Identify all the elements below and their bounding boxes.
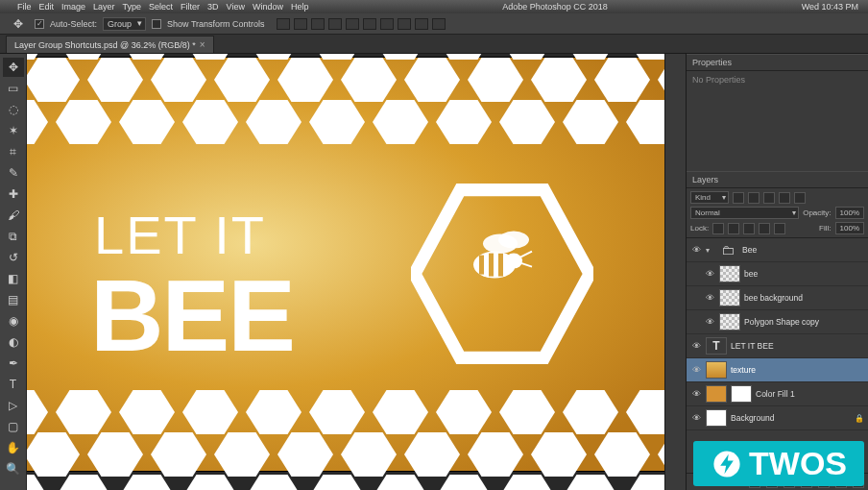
filter-type-icon[interactable] xyxy=(763,192,775,204)
filter-adjust-icon[interactable] xyxy=(748,192,760,204)
brush-tool[interactable]: 🖌 xyxy=(3,206,24,225)
layer-thumbnail[interactable] xyxy=(719,265,740,282)
quick-select-tool[interactable]: ✶ xyxy=(3,121,24,140)
eyedropper-tool[interactable]: ✎ xyxy=(3,163,24,183)
layer-mask-thumbnail[interactable] xyxy=(731,385,752,403)
chevron-down-icon[interactable]: ▾ xyxy=(706,246,713,255)
clone-stamp-tool[interactable]: ⧉ xyxy=(3,227,24,246)
distribute-h-icon[interactable] xyxy=(380,18,394,30)
layer-bee-background[interactable]: 👁 bee background xyxy=(687,286,868,310)
layer-thumbnail[interactable] xyxy=(706,361,727,379)
align-bottom-icon[interactable] xyxy=(363,18,376,30)
lock-artboard-icon[interactable] xyxy=(759,223,770,234)
menu-select[interactable]: Select xyxy=(149,2,173,12)
crop-tool[interactable]: ⌗ xyxy=(3,142,24,161)
lock-transparency-icon[interactable] xyxy=(712,223,724,234)
layer-name[interactable]: texture xyxy=(731,365,864,375)
healing-tool[interactable]: ✚ xyxy=(3,184,24,204)
auto-select-dropdown[interactable]: Group xyxy=(103,17,146,31)
lasso-tool[interactable]: ◌ xyxy=(3,100,24,119)
visibility-toggle-icon[interactable]: 👁 xyxy=(690,412,702,424)
move-tool[interactable]: ✥ xyxy=(3,58,24,77)
layer-text-letitbee[interactable]: 👁 T LET IT BEE xyxy=(687,334,868,358)
hand-tool[interactable]: ✋ xyxy=(3,438,24,457)
layer-thumbnail[interactable] xyxy=(719,289,740,306)
lock-all-icon[interactable] xyxy=(774,223,785,234)
distribute-spacing-icon[interactable] xyxy=(415,18,428,30)
layer-name[interactable]: bee xyxy=(744,269,864,279)
menu-view[interactable]: View xyxy=(227,2,245,12)
layer-texture[interactable]: 👁 texture xyxy=(687,358,868,382)
3d-mode-icon[interactable] xyxy=(432,18,446,30)
type-tool[interactable]: T xyxy=(3,375,24,394)
layer-color-fill-1[interactable]: 👁 Color Fill 1 xyxy=(687,382,868,406)
menu-3d[interactable]: 3D xyxy=(207,2,219,12)
menu-edit[interactable]: Edit xyxy=(39,2,55,12)
distribute-v-icon[interactable] xyxy=(398,18,411,30)
layer-name[interactable]: Color Fill 1 xyxy=(756,389,864,399)
layer-polygon-shape-copy[interactable]: 👁 Polygon Shape copy xyxy=(687,310,868,334)
visibility-toggle-icon[interactable]: 👁 xyxy=(690,388,702,400)
align-top-icon[interactable] xyxy=(328,18,342,30)
visibility-toggle-icon[interactable]: 👁 xyxy=(690,340,702,352)
blur-tool[interactable]: ◉ xyxy=(3,311,24,331)
align-center-h-icon[interactable] xyxy=(294,18,307,30)
visibility-toggle-icon[interactable]: 👁 xyxy=(690,364,702,376)
filter-pixel-icon[interactable] xyxy=(733,192,744,204)
layer-group-bee[interactable]: 👁 ▾ 🗀 Bee xyxy=(687,238,868,262)
history-brush-tool[interactable]: ↺ xyxy=(3,248,24,267)
marquee-tool[interactable]: ▭ xyxy=(3,79,24,98)
canvas-area[interactable]: LET IT BEE xyxy=(27,54,664,490)
layer-name[interactable]: Bee xyxy=(742,245,864,255)
fill-value[interactable]: 100% xyxy=(835,222,864,234)
filter-smart-icon[interactable] xyxy=(794,192,806,204)
menu-type[interactable]: Type xyxy=(123,2,142,12)
show-transform-checkbox[interactable] xyxy=(152,19,161,29)
document-tab[interactable]: Layer Group Shortcuts.psd @ 36.2% (RGB/8… xyxy=(6,36,214,53)
right-panels: Properties No Properties Layers Kind Nor… xyxy=(686,54,868,490)
menu-file[interactable]: File xyxy=(17,2,32,12)
menu-layer[interactable]: Layer xyxy=(93,2,115,12)
layer-thumbnail[interactable] xyxy=(719,313,740,331)
layer-name[interactable]: Background xyxy=(731,413,851,423)
layer-name[interactable]: Polygon Shape copy xyxy=(744,317,864,327)
align-center-v-icon[interactable] xyxy=(346,18,359,30)
layer-thumbnail[interactable] xyxy=(706,409,727,427)
document-canvas[interactable]: LET IT BEE xyxy=(27,58,664,471)
align-right-icon[interactable] xyxy=(311,18,325,30)
visibility-toggle-icon[interactable]: 👁 xyxy=(704,292,715,304)
auto-select-checkbox[interactable] xyxy=(35,19,44,29)
properties-panel-tab[interactable]: Properties xyxy=(687,54,868,71)
layer-thumbnail[interactable] xyxy=(706,385,727,403)
path-select-tool[interactable]: ▷ xyxy=(3,396,24,415)
eraser-tool[interactable]: ◧ xyxy=(3,269,24,288)
menu-image[interactable]: Image xyxy=(61,2,85,12)
gradient-tool[interactable]: ▤ xyxy=(3,290,24,309)
align-left-icon[interactable] xyxy=(277,18,290,30)
lock-pixels-icon[interactable] xyxy=(728,223,739,234)
shape-tool[interactable]: ▢ xyxy=(3,417,24,436)
layer-background[interactable]: 👁 Background 🔒 xyxy=(687,406,868,430)
menu-window[interactable]: Window xyxy=(253,2,283,12)
layer-name[interactable]: LET IT BEE xyxy=(731,341,864,351)
visibility-toggle-icon[interactable]: 👁 xyxy=(704,268,715,280)
close-tab-icon[interactable]: × xyxy=(200,39,205,50)
lock-position-icon[interactable] xyxy=(743,223,755,234)
blend-mode-dropdown[interactable]: Normal xyxy=(690,207,799,219)
visibility-toggle-icon[interactable]: 👁 xyxy=(704,316,715,328)
layer-name[interactable]: bee background xyxy=(744,293,864,303)
collapsed-panel-strip[interactable] xyxy=(664,54,686,490)
layer-bee[interactable]: 👁 bee xyxy=(687,262,868,286)
opacity-value[interactable]: 100% xyxy=(835,207,864,219)
move-tool-icon[interactable]: ✥ xyxy=(8,14,29,34)
dodge-tool[interactable]: ◐ xyxy=(3,332,24,352)
layer-list[interactable]: 👁 ▾ 🗀 Bee 👁 bee 👁 bee background 👁 xyxy=(687,238,868,473)
menu-filter[interactable]: Filter xyxy=(181,2,200,12)
filter-shape-icon[interactable] xyxy=(779,192,790,204)
pen-tool[interactable]: ✒ xyxy=(3,354,24,373)
layers-panel-tab[interactable]: Layers xyxy=(687,171,868,188)
layer-filter-dropdown[interactable]: Kind xyxy=(690,191,729,204)
visibility-toggle-icon[interactable]: 👁 xyxy=(690,244,702,256)
menu-help[interactable]: Help xyxy=(291,2,309,12)
zoom-tool[interactable]: 🔍 xyxy=(3,459,24,478)
